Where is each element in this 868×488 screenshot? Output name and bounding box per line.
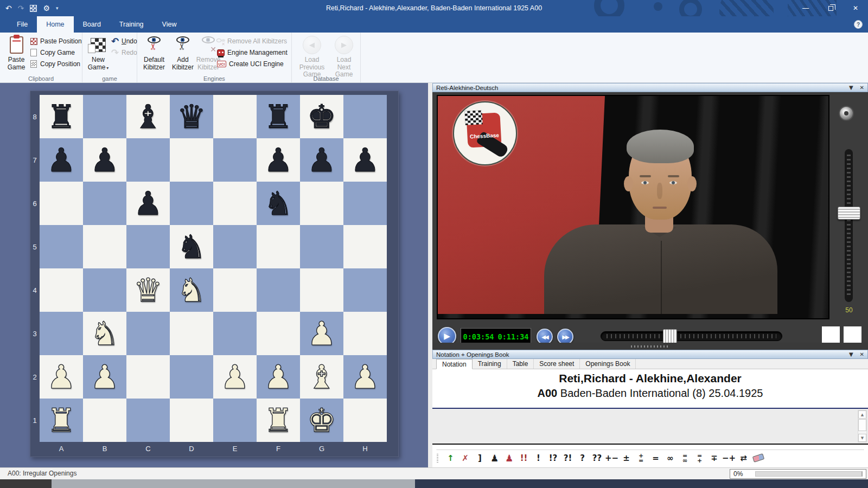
video-progress-track[interactable] bbox=[601, 331, 782, 341]
square-f7[interactable]: ♟ bbox=[257, 138, 300, 182]
annotation-red-piece-annotation[interactable]: ♟ bbox=[502, 453, 516, 464]
white-knight-piece[interactable]: ♞ bbox=[177, 268, 206, 312]
annotation-eraser[interactable] bbox=[751, 455, 765, 461]
black-pawn-piece[interactable]: ♟ bbox=[350, 138, 380, 182]
notation-tab-table[interactable]: Table bbox=[507, 359, 534, 369]
square-b6[interactable] bbox=[83, 182, 126, 225]
scroll-up-icon[interactable]: ▲ bbox=[858, 410, 866, 419]
square-f3[interactable] bbox=[257, 312, 300, 355]
tab-file[interactable]: File bbox=[8, 16, 37, 33]
square-f6[interactable]: ♞ bbox=[257, 182, 300, 225]
square-e3[interactable] bbox=[213, 312, 257, 355]
paste-position-button[interactable]: Paste Position bbox=[29, 36, 82, 47]
square-a5[interactable] bbox=[40, 225, 83, 268]
white-pawn-piece[interactable]: ♟ bbox=[264, 355, 293, 399]
vertical-splitter[interactable] bbox=[428, 83, 432, 467]
video-frame[interactable]: ChessBase bbox=[437, 95, 829, 319]
volume-slider-track[interactable] bbox=[845, 149, 853, 302]
speaker-icon[interactable] bbox=[839, 106, 854, 121]
square-e8[interactable] bbox=[213, 95, 257, 138]
annotation-delete-annotation[interactable]: ✗ bbox=[458, 453, 473, 464]
square-c7[interactable] bbox=[126, 138, 170, 182]
load-previous-game-button[interactable]: ◀ Load Previous Game bbox=[295, 34, 329, 79]
square-h8[interactable] bbox=[343, 95, 387, 138]
white-pawn-piece[interactable]: ♟ bbox=[47, 355, 76, 399]
square-d4[interactable]: ♞ bbox=[170, 268, 213, 312]
square-e4[interactable] bbox=[213, 268, 257, 312]
default-kibitzer-button[interactable]: ✂ Default Kibitzer bbox=[138, 34, 170, 71]
undo-button[interactable]: ↶ Undo bbox=[111, 36, 137, 47]
annotation-black-slightly-better[interactable]: =+ bbox=[692, 453, 707, 463]
black-king-piece[interactable]: ♚ bbox=[307, 95, 336, 138]
square-b2[interactable]: ♟ bbox=[83, 355, 126, 399]
annotation-white-is-winning[interactable]: +− bbox=[604, 453, 619, 464]
square-d7[interactable] bbox=[170, 138, 213, 182]
quick-access-dropdown-icon[interactable]: ▾ bbox=[56, 5, 59, 11]
video-panel-collapse-icon[interactable]: ▼ bbox=[849, 85, 853, 91]
square-d5[interactable]: ♞ bbox=[170, 225, 213, 268]
create-uci-engine-button[interactable]: UCI Create UCI Engine bbox=[216, 59, 284, 69]
square-f5[interactable] bbox=[257, 225, 300, 268]
tools-icon[interactable]: ⚙ bbox=[43, 4, 50, 12]
square-d1[interactable] bbox=[170, 399, 213, 442]
new-game-button[interactable]: New Game▾ bbox=[86, 34, 111, 72]
square-e7[interactable] bbox=[213, 138, 257, 182]
annotation-dubious-move[interactable]: ?! bbox=[560, 453, 575, 464]
black-rook-piece[interactable]: ♜ bbox=[47, 95, 76, 138]
white-pawn-piece[interactable]: ♟ bbox=[220, 355, 250, 399]
square-f8[interactable]: ♜ bbox=[257, 95, 300, 138]
load-next-game-button[interactable]: ▶ Load Next Game bbox=[330, 34, 358, 79]
square-h1[interactable] bbox=[343, 399, 387, 442]
square-c2[interactable] bbox=[126, 355, 170, 399]
square-a3[interactable] bbox=[40, 312, 83, 355]
paste-game-button[interactable]: Paste Game bbox=[4, 34, 28, 71]
square-f1[interactable]: ♜ bbox=[257, 399, 300, 442]
square-h4[interactable] bbox=[343, 268, 387, 312]
square-c5[interactable] bbox=[126, 225, 170, 268]
annotation-equal[interactable]: = bbox=[648, 453, 663, 464]
square-a1[interactable]: ♜ bbox=[40, 399, 83, 442]
annotation-interesting-move[interactable]: !? bbox=[546, 453, 560, 464]
minimize-button[interactable]: — bbox=[793, 0, 818, 16]
annotation-unclear[interactable]: ∞ bbox=[663, 453, 678, 464]
scroll-down-icon[interactable]: ▼ bbox=[858, 434, 866, 442]
square-a8[interactable]: ♜ bbox=[40, 95, 83, 138]
board-setup-icon[interactable] bbox=[30, 5, 37, 12]
toolbar-drag-handle[interactable] bbox=[437, 453, 438, 463]
square-g5[interactable] bbox=[300, 225, 343, 268]
white-pawn-piece[interactable]: ♟ bbox=[307, 312, 336, 355]
square-g2[interactable]: ♝ bbox=[300, 355, 343, 399]
square-a6[interactable] bbox=[40, 182, 83, 225]
square-h5[interactable] bbox=[343, 225, 387, 268]
square-e2[interactable]: ♟ bbox=[213, 355, 257, 399]
close-button[interactable]: ✕ bbox=[843, 0, 868, 16]
notation-panel-close-icon[interactable]: ✕ bbox=[860, 352, 864, 357]
square-b5[interactable] bbox=[83, 225, 126, 268]
black-pawn-piece[interactable]: ♟ bbox=[47, 138, 76, 182]
notation-panel-collapse-icon[interactable]: ▼ bbox=[849, 352, 853, 357]
notation-tab-score-sheet[interactable]: Score sheet bbox=[534, 359, 580, 369]
white-king-piece[interactable]: ♚ bbox=[307, 399, 336, 442]
remove-all-kibitzers-button[interactable]: Remove All Kibitzers bbox=[216, 36, 287, 47]
square-f4[interactable] bbox=[257, 268, 300, 312]
add-kibitzer-button[interactable]: ✂ Add Kibitzer bbox=[171, 34, 195, 71]
annotation-white-is-better[interactable]: ± bbox=[619, 453, 634, 464]
square-e6[interactable] bbox=[213, 182, 257, 225]
copy-position-button[interactable]: Copy Position bbox=[29, 59, 80, 69]
copy-game-button[interactable]: Copy Game bbox=[29, 47, 75, 58]
square-d6[interactable] bbox=[170, 182, 213, 225]
notation-tab-notation[interactable]: Notation bbox=[436, 359, 473, 369]
square-g8[interactable]: ♚ bbox=[300, 95, 343, 138]
square-e5[interactable] bbox=[213, 225, 257, 268]
square-a7[interactable]: ♟ bbox=[40, 138, 83, 182]
moves-scrollbar[interactable]: ▲ ▼ bbox=[858, 410, 867, 442]
black-pawn-piece[interactable]: ♟ bbox=[264, 138, 293, 182]
black-knight-piece[interactable]: ♞ bbox=[177, 225, 206, 268]
square-h2[interactable]: ♟ bbox=[343, 355, 387, 399]
black-rook-piece[interactable]: ♜ bbox=[264, 95, 293, 138]
moves-area[interactable]: ▲ ▼ bbox=[432, 409, 868, 444]
square-b7[interactable]: ♟ bbox=[83, 138, 126, 182]
square-h6[interactable] bbox=[343, 182, 387, 225]
tab-board[interactable]: Board bbox=[74, 16, 110, 33]
volume-slider-thumb[interactable] bbox=[838, 207, 860, 220]
